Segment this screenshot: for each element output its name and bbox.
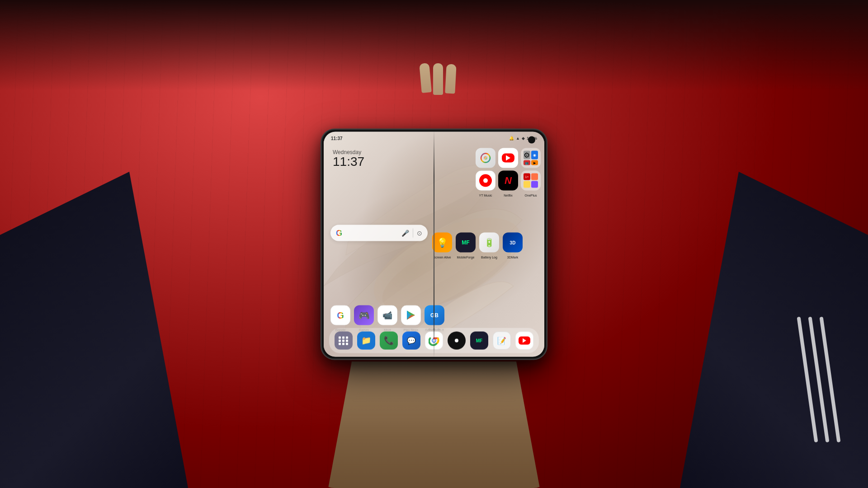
google-app-icon[interactable]: G (330, 305, 350, 325)
mobileforge-label: MobileForge (457, 256, 475, 259)
games-app-icon[interactable]: 🎮 (354, 305, 374, 325)
youtube-inner (502, 154, 514, 163)
youtube-app-wrapper[interactable]: YouTube (498, 148, 518, 168)
lens-icon[interactable]: ⊙ (417, 230, 422, 237)
games-emoji: 🎮 (359, 310, 370, 321)
launcher-grid (339, 336, 349, 345)
notes-emoji: 📝 (497, 336, 506, 345)
date-day: Wednesday (333, 149, 364, 155)
date-widget: Wednesday 11:37 (333, 149, 364, 168)
phone-emoji: 📞 (384, 336, 394, 346)
oneplus-mini-4 (531, 181, 538, 188)
messages-icon[interactable]: 💬 (402, 332, 420, 350)
screen-alive-emoji: 💡 (437, 237, 448, 248)
3dmark-text: 3D (510, 240, 516, 245)
geekbench-wrapper[interactable]: GB Geekbench 6 (425, 305, 444, 325)
signal-icon: ◆ (522, 136, 525, 141)
meet-app-icon[interactable]: 📹 (377, 305, 397, 325)
mobileforge-dock-icon[interactable]: MF (470, 332, 488, 350)
photos-icon-svg (480, 152, 491, 164)
messages-emoji: 💬 (407, 336, 416, 345)
ytmusic-dot (483, 178, 488, 183)
mic-icon[interactable]: 🎤 (401, 230, 409, 237)
youtube-app-icon[interactable] (498, 148, 518, 168)
google-icon-g: G (337, 310, 344, 320)
top-right-apps: Photos YouTube (476, 148, 541, 191)
settings-folder-wrapper[interactable]: ⚙ ◉ 📺 ▶ (521, 148, 541, 168)
ytmusic-app-icon[interactable] (476, 171, 495, 191)
wifi-icon: ▲ (516, 136, 520, 141)
oneplus-mini-3 (524, 181, 530, 188)
meet-emoji: 📹 (382, 310, 392, 320)
3dmark-icon[interactable]: 3D (503, 233, 523, 253)
folder-mini-3: 📺 (524, 160, 530, 165)
phone-crease (434, 130, 434, 359)
svg-point-3 (484, 156, 487, 160)
play-store-svg (405, 310, 417, 321)
settings-mini: ⚙ (524, 151, 530, 160)
launcher-icon[interactable] (335, 332, 353, 350)
folder-mini-2: ◉ (531, 151, 538, 160)
screen-alive-wrapper[interactable]: 💡 Screen Alive (432, 233, 452, 253)
play-store-icon[interactable] (401, 305, 421, 325)
mobileforge-wrapper[interactable]: MF MobileForge (456, 233, 476, 253)
oneplus-mini-1: 1+ (524, 174, 530, 180)
battery-log-wrapper[interactable]: 🔋 Battery Log (479, 233, 499, 253)
netflix-app-wrapper[interactable]: N Netflix (498, 171, 518, 191)
geekbench-text: GB (430, 312, 439, 319)
photos-app-icon[interactable] (476, 148, 495, 168)
oneplus-dot-icon[interactable] (448, 332, 466, 350)
oneplus-dot (455, 339, 458, 343)
battery-log-emoji: 🔋 (484, 238, 494, 248)
phone-device-wrapper: 11:37 🔔 ▲ ◆ 100% Wednesday 11:37 (321, 129, 547, 369)
lower-apps-row: G Google 🎮 Games 📹 (330, 305, 444, 325)
files-icon[interactable]: 📁 (357, 332, 375, 350)
battery-log-icon[interactable]: 🔋 (479, 233, 499, 253)
photos-app-wrapper[interactable]: Photos (476, 148, 495, 168)
google-app-wrapper[interactable]: G Google (330, 305, 350, 325)
search-divider (413, 229, 413, 238)
screen-alive-icon[interactable]: 💡 (432, 233, 452, 253)
ytmusic-app-wrapper[interactable]: YT Music (476, 171, 495, 191)
netflix-label: Netflix (504, 194, 512, 197)
youtube-dock-inner (519, 337, 530, 345)
3dmark-wrapper[interactable]: 3D 3DMark (503, 233, 523, 253)
geekbench-icon[interactable]: GB (425, 305, 444, 325)
youtube-dock-icon[interactable] (515, 332, 533, 350)
search-bar[interactable]: G 🎤 ⊙ (330, 225, 428, 241)
3dmark-label: 3DMark (507, 256, 519, 259)
ytmusic-circle (479, 174, 492, 187)
settings-folder-icon[interactable]: ⚙ ◉ 📺 ▶ (521, 148, 541, 168)
play-store-wrapper[interactable]: Play Store (401, 305, 421, 325)
youtube-play (506, 155, 510, 161)
games-app-wrapper[interactable]: 🎮 Games (354, 305, 374, 325)
mobileforge-dock-text: MF (476, 338, 482, 343)
mid-apps-row: 💡 Screen Alive MF MobileForge (432, 233, 523, 253)
date-time: 11:37 (333, 155, 364, 168)
oneplus-label: OnePlus (525, 194, 537, 197)
notes-icon[interactable]: 📝 (493, 332, 511, 350)
phone-body: 11:37 🔔 ▲ ◆ 100% Wednesday 11:37 (321, 129, 547, 360)
google-g-icon: G (336, 228, 342, 238)
hand-bottom (316, 361, 552, 488)
ytmusic-label: YT Music (479, 194, 492, 197)
netflix-n: N (505, 175, 512, 187)
netflix-app-icon[interactable]: N (498, 171, 518, 191)
mobileforge-icon[interactable]: MF (456, 233, 476, 253)
alert-icon: 🔔 (509, 136, 514, 141)
mobileforge-text: MF (462, 239, 469, 246)
camera-hole (528, 136, 535, 144)
oneplus-mini-2 (531, 174, 538, 180)
files-emoji: 📁 (361, 336, 371, 346)
oneplus-folder-wrapper[interactable]: 1+ OnePlus (521, 171, 541, 191)
status-time: 11:37 (331, 136, 343, 141)
youtube-dock-play (523, 338, 526, 343)
phone-icon[interactable]: 📞 (380, 332, 398, 350)
folder-mini-4: ▶ (531, 160, 538, 165)
oneplus-folder-icon[interactable]: 1+ (521, 171, 541, 191)
screen-alive-label: Screen Alive (434, 256, 451, 259)
meet-app-wrapper[interactable]: 📹 Meet (377, 305, 397, 325)
battery-log-label: Battery Log (481, 256, 497, 259)
